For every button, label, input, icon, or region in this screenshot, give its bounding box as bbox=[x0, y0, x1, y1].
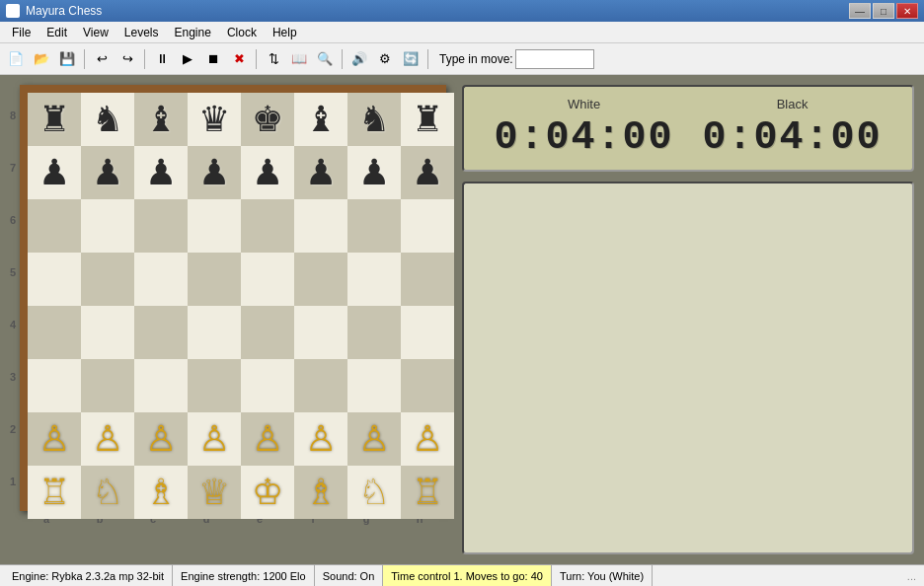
square-a4[interactable] bbox=[28, 306, 81, 359]
square-e3[interactable] bbox=[241, 359, 294, 412]
square-g5[interactable] bbox=[347, 253, 401, 306]
square-f1[interactable]: ♗ bbox=[294, 466, 347, 519]
square-g8[interactable]: ♞ bbox=[347, 93, 401, 146]
rank-4: 4 bbox=[10, 298, 16, 350]
square-b8[interactable]: ♞ bbox=[81, 93, 134, 146]
play-button[interactable]: ▶ bbox=[176, 47, 199, 71]
piece-e8: ♚ bbox=[252, 99, 283, 140]
square-d1[interactable]: ♕ bbox=[188, 466, 241, 519]
menu-levels[interactable]: Levels bbox=[116, 24, 167, 41]
new-button[interactable]: 📄 bbox=[4, 47, 28, 71]
undo-button[interactable]: ↩ bbox=[90, 47, 114, 71]
hint-button[interactable]: ✖ bbox=[227, 47, 251, 71]
square-h5[interactable] bbox=[401, 253, 454, 306]
move-list[interactable] bbox=[462, 182, 914, 554]
square-c3[interactable] bbox=[134, 359, 188, 412]
stop-button[interactable]: ⏹ bbox=[201, 47, 225, 71]
square-e1[interactable]: ♔ bbox=[241, 466, 294, 519]
square-c6[interactable] bbox=[134, 199, 188, 253]
settings-button[interactable]: ⚙ bbox=[373, 47, 397, 71]
square-c8[interactable]: ♝ bbox=[134, 93, 188, 146]
square-g7[interactable]: ♟ bbox=[347, 146, 401, 199]
piece-a2: ♙ bbox=[38, 418, 70, 460]
square-b7[interactable]: ♟ bbox=[81, 146, 134, 199]
square-f4[interactable] bbox=[294, 306, 347, 359]
square-d5[interactable] bbox=[188, 253, 241, 306]
square-h2[interactable]: ♙ bbox=[401, 412, 454, 466]
square-a2[interactable]: ♙ bbox=[28, 412, 81, 466]
square-c4[interactable] bbox=[134, 306, 188, 359]
square-f3[interactable] bbox=[294, 359, 347, 412]
maximize-button[interactable]: □ bbox=[873, 3, 894, 19]
square-e6[interactable] bbox=[241, 199, 294, 253]
square-e2[interactable]: ♙ bbox=[241, 412, 294, 466]
type-in-move-input[interactable] bbox=[515, 49, 594, 69]
black-clock-label: Black bbox=[777, 97, 808, 111]
save-button[interactable]: 💾 bbox=[55, 47, 79, 71]
square-a7[interactable]: ♟ bbox=[28, 146, 81, 199]
refresh-button[interactable]: 🔄 bbox=[399, 47, 423, 71]
square-e4[interactable] bbox=[241, 306, 294, 359]
square-a6[interactable] bbox=[28, 199, 81, 253]
square-f2[interactable]: ♙ bbox=[294, 412, 347, 466]
square-h6[interactable] bbox=[401, 199, 454, 253]
square-d7[interactable]: ♟ bbox=[188, 146, 241, 199]
analyze-button[interactable]: 🔍 bbox=[313, 47, 337, 71]
square-b5[interactable] bbox=[81, 253, 134, 306]
square-f7[interactable]: ♟ bbox=[294, 146, 347, 199]
square-h1[interactable]: ♖ bbox=[401, 466, 454, 519]
square-a1[interactable]: ♖ bbox=[28, 466, 81, 519]
square-g4[interactable] bbox=[347, 306, 401, 359]
square-a5[interactable] bbox=[28, 253, 81, 306]
square-a8[interactable]: ♜ bbox=[28, 93, 81, 146]
open-button[interactable]: 📂 bbox=[30, 47, 53, 71]
sound-button[interactable]: 🔊 bbox=[347, 47, 371, 71]
square-e5[interactable] bbox=[241, 253, 294, 306]
square-d6[interactable] bbox=[188, 199, 241, 253]
square-h7[interactable]: ♟ bbox=[401, 146, 454, 199]
square-h4[interactable] bbox=[401, 306, 454, 359]
book-button[interactable]: 📖 bbox=[287, 47, 311, 71]
square-d2[interactable]: ♙ bbox=[188, 412, 241, 466]
square-f8[interactable]: ♝ bbox=[294, 93, 347, 146]
square-f5[interactable] bbox=[294, 253, 347, 306]
square-e8[interactable]: ♚ bbox=[241, 93, 294, 146]
square-h8[interactable]: ♜ bbox=[401, 93, 454, 146]
square-c1[interactable]: ♗ bbox=[134, 466, 188, 519]
minimize-button[interactable]: — bbox=[849, 3, 871, 19]
menu-help[interactable]: Help bbox=[265, 24, 305, 41]
square-b2[interactable]: ♙ bbox=[81, 412, 134, 466]
square-g6[interactable] bbox=[347, 199, 401, 253]
status-strength: Engine strength: 1200 Elo bbox=[173, 565, 315, 586]
square-d4[interactable] bbox=[188, 306, 241, 359]
menu-edit[interactable]: Edit bbox=[38, 24, 75, 41]
square-b1[interactable]: ♘ bbox=[81, 466, 134, 519]
piece-g7: ♟ bbox=[358, 152, 390, 193]
menu-engine[interactable]: Engine bbox=[167, 24, 219, 41]
square-h3[interactable] bbox=[401, 359, 454, 412]
square-c5[interactable] bbox=[134, 253, 188, 306]
close-button[interactable]: ✕ bbox=[896, 3, 918, 19]
right-panel: White 0:04:00 Black 0:04:00 bbox=[462, 85, 914, 554]
menu-file[interactable]: File bbox=[4, 24, 38, 41]
square-g1[interactable]: ♘ bbox=[347, 466, 401, 519]
square-a3[interactable] bbox=[28, 359, 81, 412]
pause-button[interactable]: ⏸ bbox=[150, 47, 174, 71]
square-b3[interactable] bbox=[81, 359, 134, 412]
menu-view[interactable]: View bbox=[75, 24, 116, 41]
rank-1: 1 bbox=[10, 455, 16, 507]
square-c7[interactable]: ♟ bbox=[134, 146, 188, 199]
redo-button[interactable]: ↪ bbox=[116, 47, 139, 71]
square-e7[interactable]: ♟ bbox=[241, 146, 294, 199]
square-g2[interactable]: ♙ bbox=[347, 412, 401, 466]
square-d8[interactable]: ♛ bbox=[188, 93, 241, 146]
square-f6[interactable] bbox=[294, 199, 347, 253]
square-b6[interactable] bbox=[81, 199, 134, 253]
menu-clock[interactable]: Clock bbox=[219, 24, 265, 41]
square-g3[interactable] bbox=[347, 359, 401, 412]
square-d3[interactable] bbox=[188, 359, 241, 412]
piece-a7: ♟ bbox=[38, 152, 70, 193]
flip-button[interactable]: ⇅ bbox=[262, 47, 285, 71]
square-c2[interactable]: ♙ bbox=[134, 412, 188, 466]
square-b4[interactable] bbox=[81, 306, 134, 359]
